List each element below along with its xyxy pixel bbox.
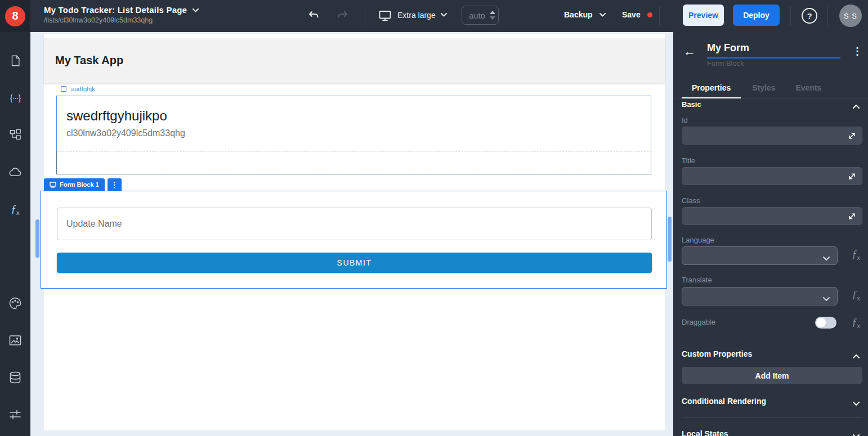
field-label-class: Class xyxy=(682,196,700,205)
update-name-input[interactable] xyxy=(57,208,652,240)
stepper-arrows[interactable] xyxy=(490,11,495,20)
chevron-up-icon[interactable] xyxy=(852,101,860,107)
save-button[interactable]: Save xyxy=(622,10,652,19)
settings-sliders-icon[interactable] xyxy=(8,408,22,421)
undo-icon[interactable] xyxy=(307,10,320,22)
tab-events[interactable]: Events xyxy=(786,80,832,98)
language-select[interactable] xyxy=(682,246,838,265)
tab-properties[interactable]: Properties xyxy=(682,80,741,98)
canvas-width-stepper[interactable]: auto xyxy=(462,6,499,25)
submit-button[interactable]: SUBMIT xyxy=(57,253,652,273)
id-input[interactable] xyxy=(682,127,862,145)
breakpoint-chevron-icon[interactable] xyxy=(441,13,447,17)
title-input[interactable] xyxy=(682,167,862,185)
empty-drop-slot[interactable] xyxy=(56,151,651,174)
back-icon[interactable]: ← xyxy=(683,44,696,59)
cloud-icon[interactable] xyxy=(8,165,22,179)
theme-palette-icon[interactable] xyxy=(8,296,22,310)
step-down-icon[interactable] xyxy=(490,16,495,20)
left-nav-rail: {···} ƒx xyxy=(0,32,30,436)
code-braces-icon[interactable]: {···} xyxy=(8,91,22,105)
section-local-states[interactable]: Local States xyxy=(682,429,728,436)
resize-handle-left[interactable] xyxy=(35,219,39,258)
canvas-width-value[interactable]: auto xyxy=(469,11,485,20)
backup-chevron-icon xyxy=(599,13,606,17)
expand-icon[interactable] xyxy=(848,172,856,181)
form-block-tag-row: Form Block 1 ⋮ xyxy=(44,178,122,191)
pages-icon[interactable] xyxy=(8,54,22,68)
resize-handle-right[interactable] xyxy=(668,217,672,262)
app-header-widget[interactable]: My Task App xyxy=(44,38,665,83)
field-label-language: Language xyxy=(682,236,714,244)
canvas-page[interactable]: My Task App asdfghjk swedrftgyhujikpo cl… xyxy=(44,34,665,430)
field-label-title: Title xyxy=(682,156,695,165)
card-subtitle: cl30lnw3o02y409lc5dm33qhg xyxy=(66,128,185,138)
step-up-icon[interactable] xyxy=(490,11,495,14)
redo-icon[interactable] xyxy=(337,10,349,22)
inspector-panel: ← My Form ⋮ Form Block Properties Styles… xyxy=(673,32,868,436)
form-block-tag-label: Form Block 1 xyxy=(60,181,99,188)
section-conditional-rendering[interactable]: Conditional Rendering xyxy=(682,397,766,406)
widget-name-input[interactable]: My Form xyxy=(707,42,840,59)
functions-icon[interactable]: ƒx xyxy=(8,203,22,217)
language-fx-icon[interactable]: ƒx xyxy=(852,249,861,261)
chevron-down-icon[interactable] xyxy=(852,398,860,404)
tab-styles[interactable]: Styles xyxy=(742,80,785,98)
form-block-tag[interactable]: Form Block 1 xyxy=(44,178,105,191)
app-logo[interactable]: 8 xyxy=(0,0,30,32)
form-block-menu-icon[interactable]: ⋮ xyxy=(108,178,122,191)
expand-icon[interactable] xyxy=(848,212,856,221)
save-label: Save xyxy=(622,10,641,19)
page-title: My Todo Tracker: List Details Page xyxy=(44,5,187,15)
toolbar-divider xyxy=(365,6,365,26)
toolbar-divider xyxy=(659,6,660,26)
toolbar-divider xyxy=(827,6,828,26)
chevron-down-icon xyxy=(822,253,830,259)
section-divider xyxy=(682,339,862,339)
chevron-down-icon[interactable] xyxy=(852,431,860,436)
breakpoint-monitor-icon[interactable] xyxy=(378,9,392,23)
assets-image-icon[interactable] xyxy=(8,334,22,347)
draggable-toggle[interactable] xyxy=(815,317,836,329)
unsaved-changes-dot xyxy=(647,12,652,17)
canvas-area: My Task App asdfghjk swedrftgyhujikpo cl… xyxy=(30,32,673,436)
widget-checkbox-icon xyxy=(61,86,66,92)
app-header-title: My Task App xyxy=(55,54,123,67)
database-icon[interactable] xyxy=(8,371,22,384)
class-input[interactable] xyxy=(682,207,862,225)
inspector-menu-icon[interactable]: ⋮ xyxy=(852,45,862,57)
field-label-id: Id xyxy=(682,116,688,124)
translate-select[interactable] xyxy=(682,287,838,305)
section-basic[interactable]: Basic xyxy=(682,100,701,109)
toggle-knob xyxy=(816,318,826,327)
page-title-block[interactable]: My Todo Tracker: List Details Page /list… xyxy=(44,5,199,24)
draggable-fx-icon[interactable]: ƒx xyxy=(852,317,861,329)
preview-button[interactable]: Preview xyxy=(683,5,724,26)
form-block-icon xyxy=(50,181,56,188)
add-item-button[interactable]: Add Item xyxy=(682,367,862,384)
logo-icon: 8 xyxy=(5,6,25,26)
chevron-down-icon xyxy=(822,294,830,299)
list-detail-card[interactable]: swedrftgyhujikpo cl30lnw3o02y409lc5dm33q… xyxy=(56,96,651,174)
field-label-translate: Translate xyxy=(682,276,712,284)
components-tree-icon[interactable] xyxy=(8,128,22,142)
chevron-up-icon[interactable] xyxy=(852,351,860,357)
widget-type-label: Form Block xyxy=(707,59,744,68)
section-custom-properties[interactable]: Custom Properties xyxy=(682,349,752,358)
help-icon[interactable]: ? xyxy=(802,8,817,24)
form-block-selection[interactable]: SUBMIT xyxy=(41,191,667,289)
backup-label: Backup xyxy=(564,10,593,19)
app-builder: 8 My Todo Tracker: List Details Page /li… xyxy=(0,0,868,436)
breakpoint-label[interactable]: Extra large xyxy=(397,11,436,20)
deploy-button[interactable]: Deploy xyxy=(733,5,780,26)
backup-menu[interactable]: Backup xyxy=(564,10,606,19)
translate-fx-icon[interactable]: ƒx xyxy=(852,289,861,302)
chevron-down-icon[interactable] xyxy=(193,5,199,15)
avatar[interactable]: S S xyxy=(839,5,862,27)
inspector-tabs: Properties Styles Events xyxy=(673,80,868,98)
card-title: swedrftgyhujikpo xyxy=(66,108,167,124)
expand-icon[interactable] xyxy=(848,132,856,140)
field-label-draggable: Draggable xyxy=(682,318,715,326)
selected-widget-label[interactable]: asdfghjk xyxy=(61,86,95,92)
top-bar: 8 My Todo Tracker: List Details Page /li… xyxy=(0,0,868,32)
